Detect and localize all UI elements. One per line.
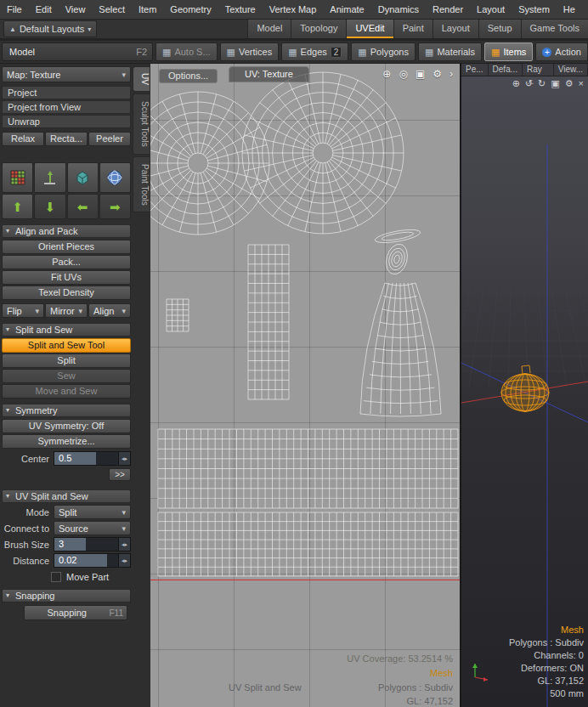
chevron-right-icon[interactable]: › bbox=[449, 68, 453, 80]
distance-spinner[interactable]: ◂▸ bbox=[118, 554, 130, 567]
move-part-checkbox[interactable] bbox=[51, 572, 61, 582]
tab-uv[interactable]: UV bbox=[133, 66, 150, 92]
move-and-sew-button[interactable]: Move and Sew bbox=[2, 384, 131, 399]
tab-game-tools[interactable]: Game Tools bbox=[521, 20, 588, 38]
sphere-tool-button[interactable] bbox=[99, 162, 131, 193]
connect-to-dropdown[interactable]: Source ▾ bbox=[54, 521, 131, 535]
tab-sculpt-tools[interactable]: Sculpt Tools bbox=[133, 93, 150, 155]
section-symmetry[interactable]: Symmetry bbox=[2, 404, 131, 417]
layout-tabs: Model Topology UVEdit Paint Layout Setup… bbox=[247, 20, 588, 38]
section-uv-split-and-sew[interactable]: UV Split and Sew bbox=[2, 489, 131, 503]
tab-model[interactable]: Model bbox=[247, 20, 291, 38]
uv-polygons-text: Polygons : Subdiv bbox=[378, 682, 453, 693]
tab-paint-tools[interactable]: Paint Tools bbox=[133, 156, 150, 212]
pack-button[interactable]: Pack... bbox=[2, 255, 131, 269]
tab-setup[interactable]: Setup bbox=[478, 20, 521, 38]
frame-icon[interactable]: ▣ bbox=[551, 78, 559, 89]
items-mode-button[interactable]: ▦ Items bbox=[484, 42, 533, 61]
center-spinner[interactable]: ◂▸ bbox=[118, 452, 130, 465]
preset-model-button[interactable]: Model F2 bbox=[2, 42, 153, 61]
menu-system[interactable]: System bbox=[512, 4, 557, 14]
project-from-view-button[interactable]: Project from View bbox=[2, 100, 131, 114]
uv-canvas[interactable]: Options... UV: Texture ⊕ ◎ ▣ ⚙ › UV Cove… bbox=[150, 64, 460, 707]
map-selector-dropdown[interactable]: Map: Texture ▾ bbox=[2, 66, 131, 82]
gear-icon[interactable]: ⚙ bbox=[433, 68, 442, 80]
split-and-sew-tool-button[interactable]: Split and Sew Tool bbox=[2, 338, 131, 353]
tab-perspective[interactable]: Pe... bbox=[461, 64, 489, 76]
menu-animate[interactable]: Animate bbox=[323, 4, 370, 14]
menu-item[interactable]: Item bbox=[132, 4, 163, 14]
polygons-label: Polygons bbox=[370, 47, 409, 57]
mode-dropdown[interactable]: Split ▾ bbox=[54, 505, 131, 519]
layout-selector[interactable]: ▲ Default Layouts ▾ bbox=[3, 20, 97, 37]
flip-dropdown[interactable]: Flip ▾ bbox=[2, 303, 44, 318]
tab-uvedit[interactable]: UVEdit bbox=[346, 20, 393, 38]
fit-uvs-button[interactable]: Fit UVs bbox=[2, 270, 131, 285]
section-split-and-sew[interactable]: Split and Sew bbox=[2, 323, 131, 337]
3d-viewport[interactable]: Pe... Defa... Ray ... View... ⊕ ↺ ↻ ▣ ⚙ … bbox=[460, 64, 588, 707]
relax-button[interactable]: Relax bbox=[2, 132, 44, 146]
materials-mode-button[interactable]: ▦ Materials bbox=[418, 42, 482, 61]
tab-paint[interactable]: Paint bbox=[393, 20, 433, 38]
cube-tool-button[interactable] bbox=[67, 162, 99, 193]
brush-size-input[interactable]: 3 ◂▸ bbox=[54, 537, 131, 551]
vertices-mode-button[interactable]: ▦ Vertices bbox=[220, 42, 280, 61]
action-button[interactable]: + Action bbox=[535, 42, 588, 61]
expand-button[interactable]: >> bbox=[109, 468, 131, 481]
menu-view[interactable]: View bbox=[59, 4, 93, 14]
tab-topology[interactable]: Topology bbox=[291, 20, 346, 38]
brush-size-spinner[interactable]: ◂▸ bbox=[118, 538, 130, 551]
section-snapping[interactable]: Snapping bbox=[2, 589, 131, 602]
mirror-dropdown[interactable]: Mirror ▾ bbox=[45, 303, 88, 318]
menu-select[interactable]: Select bbox=[92, 4, 132, 14]
pan-icon[interactable]: ⊕ bbox=[512, 78, 520, 89]
texel-density-button[interactable]: Texel Density bbox=[2, 286, 131, 300]
snapping-button[interactable]: Snapping F11 bbox=[24, 605, 127, 620]
tab-view[interactable]: View... bbox=[554, 64, 588, 76]
options-button[interactable]: Options... bbox=[159, 69, 218, 83]
menu-file[interactable]: File bbox=[0, 4, 29, 14]
menu-edit[interactable]: Edit bbox=[29, 4, 59, 14]
distance-input[interactable]: 0.02 ◂▸ bbox=[54, 553, 131, 568]
split-button[interactable]: Split bbox=[2, 354, 131, 368]
menu-vertex-map[interactable]: Vertex Map bbox=[263, 4, 324, 14]
polygons-mode-button[interactable]: ▦ Polygons bbox=[351, 42, 416, 61]
frame-icon[interactable]: ▣ bbox=[416, 68, 425, 80]
rectangle-button[interactable]: Recta... bbox=[45, 132, 88, 146]
symmetrize-button[interactable]: Symmetrize... bbox=[2, 434, 131, 449]
tab-layout[interactable]: Layout bbox=[433, 20, 478, 38]
menu-help[interactable]: He bbox=[557, 4, 582, 14]
gear-icon[interactable]: ⚙ bbox=[565, 78, 574, 89]
peeler-button[interactable]: Peeler bbox=[88, 132, 131, 146]
menu-geometry[interactable]: Geometry bbox=[163, 4, 218, 14]
move-right-button[interactable]: ➡ bbox=[99, 194, 131, 219]
auto-select-button[interactable]: ▦ Auto S... bbox=[155, 42, 218, 61]
move-up-button[interactable]: ⬆ bbox=[2, 194, 33, 219]
tab-default[interactable]: Defa... bbox=[489, 64, 523, 76]
rotate-right-icon[interactable]: ↻ bbox=[538, 78, 546, 89]
sew-button[interactable]: Sew bbox=[2, 369, 131, 383]
close-icon[interactable]: × bbox=[579, 78, 584, 89]
center-input[interactable]: 0.5 ◂▸ bbox=[54, 451, 131, 466]
move-down-button[interactable]: ⬇ bbox=[34, 194, 65, 219]
rotate-left-icon[interactable]: ↺ bbox=[525, 78, 533, 89]
edges-mode-button[interactable]: ▦ Edges 2 bbox=[281, 42, 348, 61]
menu-texture[interactable]: Texture bbox=[218, 4, 263, 14]
menu-render[interactable]: Render bbox=[426, 4, 470, 14]
zoom-icon[interactable]: ◎ bbox=[399, 68, 407, 80]
pan-icon[interactable]: ⊕ bbox=[382, 68, 391, 80]
uv-symmetry-button[interactable]: UV Symmetry: Off bbox=[2, 419, 131, 433]
uv-grid-tool-button[interactable] bbox=[2, 162, 33, 193]
uv-texture-header[interactable]: UV: Texture bbox=[229, 66, 309, 82]
chevron-down-icon: ▾ bbox=[122, 307, 126, 315]
section-align-and-pack[interactable]: Align and Pack bbox=[2, 224, 131, 238]
unwrap-button[interactable]: Unwrap bbox=[2, 115, 131, 128]
project-button[interactable]: Project bbox=[2, 86, 131, 99]
tab-ray[interactable]: Ray ... bbox=[523, 64, 554, 76]
align-dropdown[interactable]: Align ▾ bbox=[88, 303, 131, 318]
menu-layout[interactable]: Layout bbox=[470, 4, 512, 14]
axis-tool-button[interactable] bbox=[34, 162, 65, 193]
orient-pieces-button[interactable]: Orient Pieces bbox=[2, 240, 131, 254]
menu-dynamics[interactable]: Dynamics bbox=[371, 4, 426, 14]
move-left-button[interactable]: ⬅ bbox=[67, 194, 99, 219]
